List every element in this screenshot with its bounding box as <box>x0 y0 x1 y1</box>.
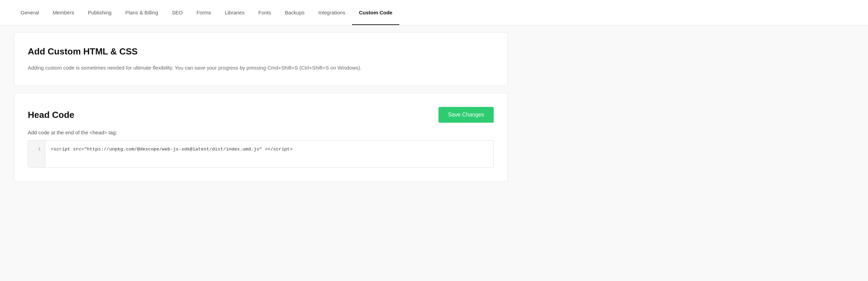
nav-item-custom-code[interactable]: Custom Code <box>352 0 399 25</box>
page-content: Add Custom HTML & CSS Adding custom code… <box>0 32 521 182</box>
nav-item-plans-billing[interactable]: Plans & Billing <box>118 0 165 25</box>
code-editor[interactable]: 1 <script src="https://unpkg.com/@descop… <box>28 140 494 168</box>
nav-item-general[interactable]: General <box>14 0 46 25</box>
save-changes-button[interactable]: Save Changes <box>438 107 494 123</box>
nav-item-integrations[interactable]: Integrations <box>312 0 352 25</box>
line-number-1: 1 <box>32 145 41 153</box>
head-code-header: Head Code Save Changes <box>28 107 494 123</box>
nav-item-seo[interactable]: SEO <box>165 0 190 25</box>
intro-card: Add Custom HTML & CSS Adding custom code… <box>14 32 508 86</box>
intro-card-description: Adding custom code is sometimes needed f… <box>28 64 494 72</box>
nav-item-forms[interactable]: Forms <box>190 0 218 25</box>
nav-bar: General Members Publishing Plans & Billi… <box>0 0 868 25</box>
code-content[interactable]: <script src="https://unpkg.com/@descope/… <box>45 140 493 167</box>
head-code-title: Head Code <box>28 110 74 120</box>
head-code-card: Head Code Save Changes Add code at the e… <box>14 93 508 182</box>
nav-item-fonts[interactable]: Fonts <box>251 0 278 25</box>
nav-item-backups[interactable]: Backups <box>278 0 312 25</box>
nav-item-members[interactable]: Members <box>46 0 81 25</box>
code-description: Add code at the end of the <head> tag: <box>28 130 494 135</box>
intro-card-title: Add Custom HTML & CSS <box>28 46 494 57</box>
line-numbers: 1 <box>28 140 45 167</box>
nav-item-libraries[interactable]: Libraries <box>218 0 251 25</box>
nav-item-publishing[interactable]: Publishing <box>81 0 118 25</box>
code-line-1: <script src="https://unpkg.com/@descope/… <box>51 145 488 154</box>
